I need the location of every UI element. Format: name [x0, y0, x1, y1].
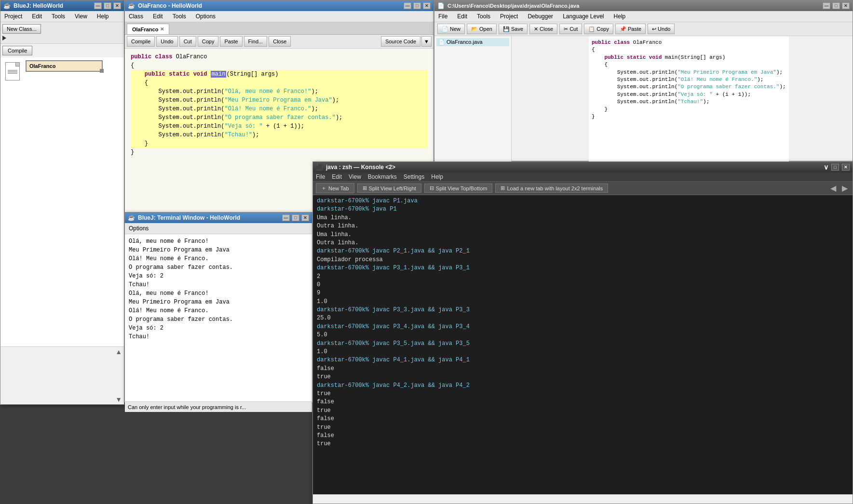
terminal-status-text: Can only enter input while your programm… — [128, 404, 246, 410]
term-minimize[interactable]: — — [282, 214, 290, 221]
menu-tools2[interactable]: Tools — [171, 12, 188, 21]
bluej-menubar: Project Edit Tools View Help — [0, 11, 124, 22]
options-menu[interactable]: Options — [127, 224, 150, 233]
k-help[interactable]: Help — [431, 173, 443, 180]
konsole-line: 5.0 — [317, 331, 849, 339]
drjava-debugger[interactable]: Debugger — [526, 12, 555, 21]
drjava-project[interactable]: Project — [498, 12, 520, 21]
paste-toolbar-btn[interactable]: Paste — [220, 36, 242, 47]
drjava-lang[interactable]: Language Level — [561, 12, 606, 21]
source-code-dropdown[interactable]: ▼ — [421, 36, 432, 47]
scroll-down-arrow[interactable]: ▼ — [115, 396, 122, 403]
fv-close[interactable]: ✕ — [842, 2, 850, 9]
term-maximize[interactable]: □ — [292, 214, 299, 221]
fv-minimize[interactable]: — — [823, 2, 830, 9]
editor-minimize[interactable]: — — [404, 2, 411, 9]
editor-icon: ☕ — [128, 2, 135, 9]
drjava-tools[interactable]: Tools — [475, 12, 492, 21]
load-tab-label: Load a new tab with layout 2x2 terminals — [507, 186, 603, 191]
split-tb-btn[interactable]: ⊟ Split View Top/Bottom — [424, 184, 493, 193]
minimize-button[interactable]: — — [94, 2, 102, 9]
konsole-tabbar: ＋ New Tab ⊞ Split View Left/Right ⊟ Spli… — [313, 182, 853, 195]
k-settings[interactable]: Settings — [404, 173, 424, 180]
menu-class[interactable]: Class — [127, 12, 145, 21]
term-line-7: Olá, meu nome é Franco! — [129, 289, 308, 298]
tab-close-icon[interactable]: ✕ — [160, 27, 164, 32]
olafranco-class-box[interactable]: OlaFranco — [26, 60, 103, 72]
code-line-9: System.out.println("Veja só: " + (1 + 1)… — [131, 122, 428, 131]
konsole-menubar: File Edit View Bookmarks Settings Help — [313, 172, 853, 182]
file-code-area[interactable]: public class OlaFranco { public static v… — [589, 36, 789, 165]
konsole-line: Outra linha. — [317, 222, 849, 230]
copy-toolbar-btn[interactable]: Copy — [198, 36, 219, 47]
drjava-toolbar: 📄 New 📂 Open 💾 Save ✕ Close ✂ Cut 📋 Copy… — [434, 22, 853, 36]
konsole-title: java : zsh — Konsole <2> — [326, 164, 395, 171]
drjava-edit[interactable]: Edit — [455, 12, 469, 21]
konsole-fold[interactable]: ∨ — [824, 163, 828, 171]
drjava-file[interactable]: File — [436, 12, 449, 21]
terminal-options-menu: Options — [125, 223, 312, 234]
split-tb-icon: ⊟ — [430, 185, 434, 191]
close-editor-btn[interactable]: Close — [269, 36, 291, 47]
new-tab-btn[interactable]: ＋ New Tab — [316, 183, 354, 193]
fv-open-btn[interactable]: 📂 Open — [467, 24, 497, 34]
konsole-line: false — [317, 432, 849, 440]
maximize-button[interactable]: □ — [104, 2, 111, 9]
editor-titlebar: ☕ OlaFranco - HelloWorld — □ ✕ — [125, 0, 433, 11]
drjava-help[interactable]: Help — [612, 12, 628, 21]
konsole-line: true — [317, 373, 849, 381]
scroll-up-arrow[interactable]: ▲ — [115, 348, 122, 356]
source-code-btn[interactable]: Source Code — [381, 36, 420, 47]
new-class-button[interactable]: New Class... — [2, 24, 41, 34]
term-close[interactable]: ✕ — [301, 214, 309, 221]
konsole-line: true — [317, 440, 849, 448]
konsole-line: true — [317, 424, 849, 432]
fv-cut-btn[interactable]: ✂ Cut — [559, 24, 582, 34]
undo-toolbar-btn[interactable]: Undo — [156, 36, 177, 47]
olafranco-tab[interactable]: OlaFranco ✕ — [127, 24, 169, 34]
menu-project[interactable]: Project — [2, 12, 24, 21]
term-line-9: Olá! Meu nome é Franco. — [129, 306, 308, 315]
arrow-icon — [2, 36, 6, 40]
menu-view[interactable]: View — [73, 12, 89, 21]
fv-copy-btn[interactable]: 📋 Copy — [584, 24, 613, 34]
konsole-titlebar: ⬛ java : zsh — Konsole <2> ∨ □ ✕ — [313, 162, 853, 172]
compile-button[interactable]: Compile — [2, 46, 32, 55]
k-edit[interactable]: Edit — [332, 173, 342, 180]
scroll-right-btn[interactable]: ▶ — [840, 184, 850, 193]
cut-toolbar-btn[interactable]: Cut — [179, 36, 196, 47]
sidebar-file-item[interactable]: 📄 OlaFranco.java — [436, 38, 509, 46]
fv-paste-btn[interactable]: 📌 Paste — [615, 24, 646, 34]
new-doc-icon: 📄 — [442, 26, 448, 32]
menu-help[interactable]: Help — [95, 12, 111, 21]
k-file[interactable]: File — [316, 173, 325, 180]
find-toolbar-btn[interactable]: Find... — [244, 36, 268, 47]
editor-close-btn[interactable]: ✕ — [423, 2, 431, 9]
load-tab-btn[interactable]: ⊞ Load a new tab with layout 2x2 termina… — [495, 184, 608, 193]
k-bookmarks[interactable]: Bookmarks — [368, 173, 397, 180]
menu-tools[interactable]: Tools — [50, 12, 67, 21]
menu-edit[interactable]: Edit — [30, 12, 44, 21]
konsole-output[interactable]: darkstar-6700k% javac P1.javadarkstar-67… — [313, 195, 853, 494]
menu-options[interactable]: Options — [194, 12, 217, 21]
new-tab-icon: ＋ — [321, 185, 326, 192]
fv-close2-btn[interactable]: ✕ Close — [529, 24, 557, 34]
konsole-line: darkstar-6700k% java P1 — [317, 205, 849, 213]
close-button[interactable]: ✕ — [113, 2, 121, 9]
file-viewer-titlebar: 📄 C:\Users\Franco\Desktop\java\drjava\Ol… — [434, 0, 853, 11]
fv-undo-btn[interactable]: ↩ Undo — [648, 24, 675, 34]
split-lr-btn[interactable]: ⊞ Split View Left/Right — [357, 184, 421, 193]
file-viewer-icon: 📄 — [437, 2, 445, 9]
drjava-menubar: File Edit Tools Project Debugger Languag… — [434, 11, 853, 22]
menu-edit2[interactable]: Edit — [151, 12, 165, 21]
editor-maximize[interactable]: □ — [413, 2, 421, 9]
fv-maximize[interactable]: □ — [832, 2, 840, 9]
fv-save-btn[interactable]: 💾 Save — [499, 24, 528, 34]
compile-toolbar-btn[interactable]: Compile — [127, 36, 155, 47]
fv-new-btn[interactable]: 📄 New — [437, 24, 465, 34]
scroll-left-btn[interactable]: ◀ — [828, 184, 838, 193]
k-view[interactable]: View — [349, 173, 361, 180]
konsole-maximize[interactable]: □ — [831, 164, 839, 171]
konsole-line: 0 — [317, 281, 849, 289]
konsole-close[interactable]: ✕ — [842, 164, 850, 171]
